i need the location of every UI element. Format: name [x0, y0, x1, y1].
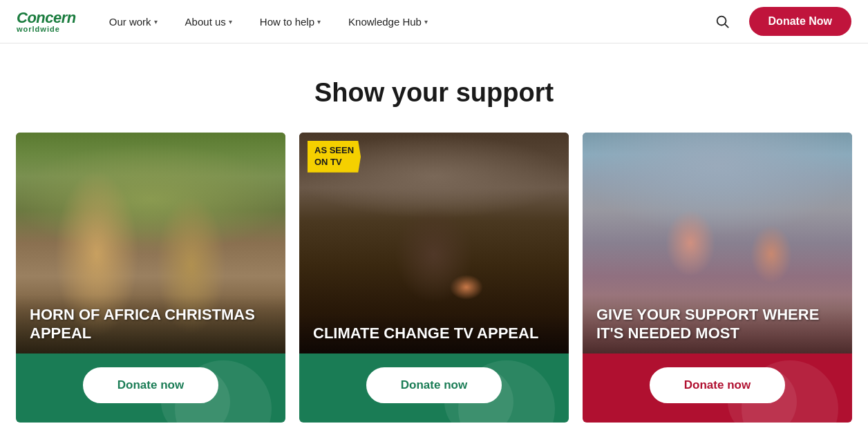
- logo-concern: Concern: [17, 10, 76, 26]
- cards-row: HORN OF AFRICA CHRISTMAS APPEAL Donate n…: [0, 133, 868, 423]
- card-title-2: CLIMATE CHANGE TV APPEAL: [313, 324, 555, 342]
- chevron-down-icon: ▾: [229, 18, 232, 26]
- nav-about-us[interactable]: About us ▾: [174, 0, 243, 43]
- search-icon: [715, 14, 730, 29]
- logo[interactable]: Concern worldwide: [17, 10, 76, 33]
- logo-worldwide: worldwide: [17, 26, 76, 33]
- card-image-horn: HORN OF AFRICA CHRISTMAS APPEAL: [16, 133, 285, 353]
- as-seen-on-tv-badge: AS SEENON TV: [308, 141, 361, 173]
- search-button[interactable]: [709, 8, 735, 35]
- card-image-climate: AS SEENON TV CLIMATE CHANGE TV APPEAL: [299, 133, 569, 353]
- chevron-down-icon: ▾: [317, 18, 321, 26]
- card-overlay-1: HORN OF AFRICA CHRISTMAS APPEAL: [16, 295, 285, 353]
- donate-now-button[interactable]: Donate Now: [749, 7, 851, 36]
- chevron-down-icon: ▾: [154, 18, 158, 26]
- section-title: Show your support: [0, 43, 868, 133]
- chevron-down-icon: ▾: [424, 18, 428, 26]
- card-bottom-2: Donate now: [299, 353, 569, 423]
- svg-point-0: [717, 17, 726, 26]
- card-image-support: GIVE YOUR SUPPORT WHERE IT'S NEEDED MOST: [583, 133, 852, 353]
- card-bottom-3: Donate now: [583, 353, 852, 423]
- nav-how-to-help[interactable]: How to help ▾: [249, 0, 332, 43]
- main-content: Show your support HORN OF AFRICA CHRISTM…: [0, 43, 868, 446]
- card-horn-of-africa: HORN OF AFRICA CHRISTMAS APPEAL Donate n…: [16, 133, 285, 423]
- donate-button-2[interactable]: Donate now: [366, 367, 502, 403]
- donate-button-1[interactable]: Donate now: [83, 367, 218, 403]
- svg-line-1: [725, 24, 728, 28]
- navigation: Concern worldwide Our work ▾ About us ▾ …: [0, 0, 868, 43]
- nav-our-work[interactable]: Our work ▾: [98, 0, 169, 43]
- card-overlay-2: CLIMATE CHANGE TV APPEAL: [299, 313, 569, 353]
- card-bottom-1: Donate now: [16, 353, 285, 423]
- donate-button-3[interactable]: Donate now: [650, 367, 785, 403]
- card-climate-change: AS SEENON TV CLIMATE CHANGE TV APPEAL Do…: [299, 133, 569, 423]
- card-title-3: GIVE YOUR SUPPORT WHERE IT'S NEEDED MOST: [596, 306, 838, 342]
- nav-knowledge-hub[interactable]: Knowledge Hub ▾: [337, 0, 439, 43]
- card-overlay-3: GIVE YOUR SUPPORT WHERE IT'S NEEDED MOST: [583, 295, 852, 353]
- card-title-1: HORN OF AFRICA CHRISTMAS APPEAL: [30, 306, 272, 342]
- card-give-support: GIVE YOUR SUPPORT WHERE IT'S NEEDED MOST…: [583, 133, 852, 423]
